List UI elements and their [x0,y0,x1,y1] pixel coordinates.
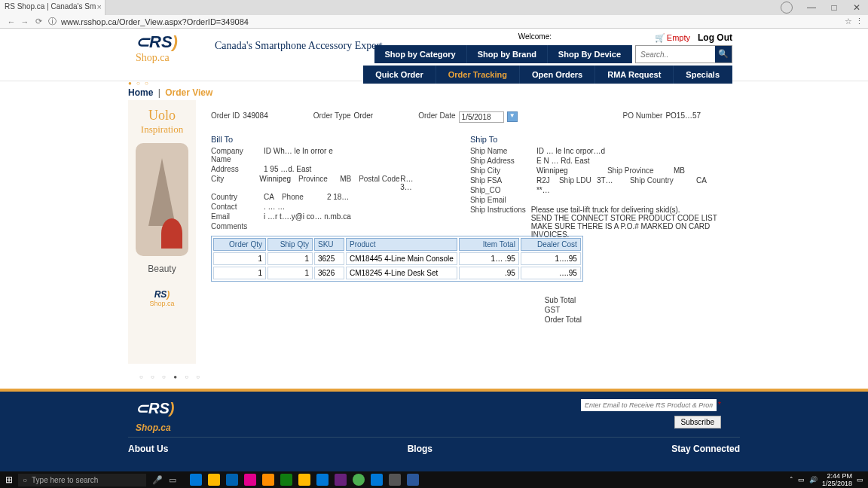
app-icon[interactable] [208,474,220,486]
ad-line: Inspiration [128,124,196,136]
phone-label: Phone [282,193,327,201]
ad-image [136,143,188,256]
breadcrumb-home[interactable]: Home [128,87,153,98]
app-icon[interactable] [262,474,274,486]
app-icon[interactable] [316,474,329,486]
tray-volume-icon[interactable]: 🔊 [809,476,818,483]
reload-icon[interactable]: ⟳ [32,17,45,26]
tray-chevron-icon[interactable]: ˄ [790,476,793,483]
taskbar-apps [190,474,419,486]
start-button[interactable]: ⊞ [0,474,18,485]
ship-city-label: Ship City [470,166,536,175]
app-icon[interactable] [280,474,292,486]
search-button[interactable]: 🔍 [715,46,732,63]
required-icon: * [718,401,721,409]
tagline: Canada's Smartphone Accessory Expert [215,40,383,52]
system-tray: ˄ ▭ 🔊 2:44 PM1/25/2018 ▭ [790,472,868,487]
cell-item-total: 1… .95 [459,252,519,265]
order-date-input[interactable]: 1/5/2018 [459,111,504,123]
cell-dealer-cost: ….95 [521,267,581,279]
url-field[interactable]: www.rsshop.ca/Order_View.aspx?OrderID=34… [57,17,845,26]
subscribe-button[interactable]: Subscribe [674,416,721,429]
logout-link[interactable]: Log Out [698,32,732,43]
footer-blogs[interactable]: Blogs [408,444,432,454]
breadcrumb-current: Order View [165,87,212,98]
app-icon[interactable] [371,474,383,486]
taskview-icon[interactable]: ▭ [169,475,176,485]
ship-name-value: ID … le Inc orpor…d [536,147,605,155]
profile-icon[interactable] [781,2,793,14]
cell-sku: 3626 [314,267,344,279]
th-dealer-cost: Dealer Cost [521,238,581,251]
info-icon[interactable]: ⓘ [48,16,57,27]
postal-value: R… 3… [400,175,425,191]
city-value: Winnipeg [259,175,291,191]
minimize-icon[interactable]: — [800,0,823,15]
th-product: Product [346,238,457,251]
app-icon[interactable] [298,474,310,486]
ship-country-value: CA [696,176,707,185]
app-icon[interactable] [190,474,202,486]
nav-order-tracking[interactable]: Order Tracking [436,66,520,84]
taskbar-search[interactable]: ○Type here to search [18,474,146,486]
maximize-icon[interactable]: □ [823,0,845,15]
bookmark-icon[interactable]: ☆ [845,17,852,26]
subscribe-email-input[interactable] [581,399,717,411]
sidebar-ad[interactable]: Uolo Inspiration Beauty RS) Shop.ca [128,100,196,364]
tab-title: RS Shop.ca | Canada's Sm [5,2,96,11]
breadcrumb-dots: ● ○ ○ [128,80,150,87]
cortana-icon: ○ [23,476,27,484]
site-logo[interactable]: ⊂RS) Shop.ca [136,32,178,64]
ship-ldu-value: 3T… [597,176,619,185]
nav-shop-device[interactable]: Shop By Device [548,45,632,63]
cart-empty[interactable]: 🛒Empty [655,33,690,43]
po-value: PO15…57 [665,111,701,123]
app-icon[interactable] [407,474,419,486]
datepicker-icon[interactable]: ▼ [507,111,518,122]
app-icon[interactable] [353,474,365,486]
cell-oqty: 1 [213,252,266,265]
ship-country-label: Ship Country [630,176,696,185]
cell-product: CM18245 4-Line Desk Set [346,267,457,279]
window-controls: — □ ✕ [800,0,868,15]
tray-notifications-icon[interactable]: ▭ [857,476,863,483]
carousel-dots[interactable]: ○ ○ ○ ● ○ ○ [139,374,203,380]
menu-icon[interactable]: ⋮ [855,17,863,26]
order-id-value: 349084 [243,111,267,123]
app-icon[interactable] [226,474,238,486]
province-label: Province [298,175,340,191]
tray-network-icon[interactable]: ▭ [798,476,805,483]
ship-name-label: Ship Name [470,147,536,155]
back-icon[interactable]: ← [5,17,18,26]
footer-logo[interactable]: ⊂RS)Shop.ca [136,399,174,435]
nav-open-orders[interactable]: Open Orders [520,66,595,84]
tab-close-icon[interactable]: × [97,2,102,11]
th-ship-qty: Ship Qty [267,238,313,251]
top-right: Welcome: 🛒Empty Log Out [655,32,732,43]
app-icon[interactable] [389,474,401,486]
bill-to-heading: Bill To [211,135,425,144]
mic-icon[interactable]: 🎤 [152,475,163,485]
nav-rma-request[interactable]: RMA Request [595,66,674,84]
app-icon[interactable] [244,474,256,486]
table-row: 1 1 3626 CM18245 4-Line Desk Set .95 ….9… [213,267,581,279]
topbar: ⊂RS) Shop.ca Canada's Smartphone Accesso… [0,29,868,81]
breadcrumb: Home | Order View [128,87,212,98]
ship-addr-label: Ship Address [470,157,536,165]
app-icon[interactable] [335,474,347,486]
ship-to-section: Ship To Ship NameID … le Inc orpor…d Shi… [470,127,732,240]
ship-fsa-label: Ship FSA [470,176,536,185]
nav-shop-brand[interactable]: Shop by Brand [467,45,548,63]
browser-tab[interactable]: RS Shop.ca | Canada's Sm × [0,0,105,15]
search-input[interactable] [636,46,715,63]
nav-quick-order[interactable]: Quick Order [363,66,436,84]
ship-fsa-value: R2J [536,176,559,185]
nav-shop-category[interactable]: Shop by Category [374,45,467,63]
order-date-label: Order Date [418,111,455,123]
close-icon[interactable]: ✕ [845,0,868,15]
forward-icon[interactable]: → [18,17,32,26]
th-order-qty: Order Qty [213,238,266,251]
footer-about[interactable]: About Us [128,444,168,454]
nav-specials[interactable]: Specials [674,66,732,84]
tray-clock[interactable]: 2:44 PM1/25/2018 [822,472,852,487]
